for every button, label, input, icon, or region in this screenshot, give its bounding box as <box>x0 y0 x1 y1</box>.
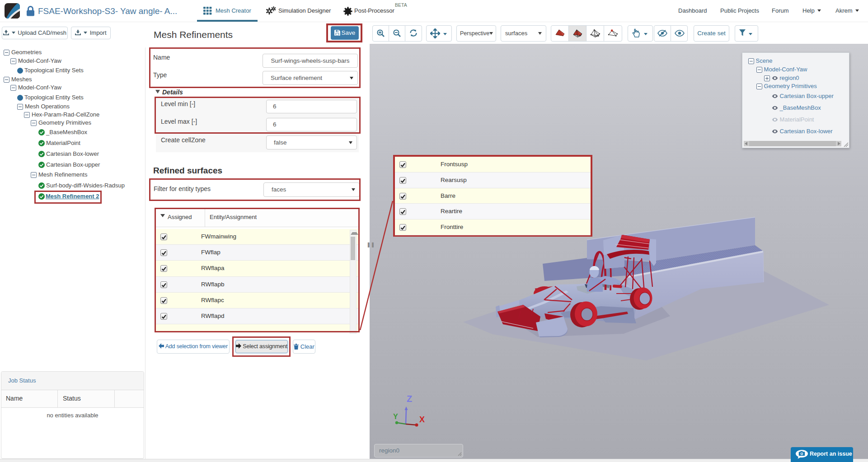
svg-text:Z: Z <box>407 394 412 404</box>
svg-text:Y: Y <box>393 413 398 420</box>
svg-text:X: X <box>419 415 425 424</box>
